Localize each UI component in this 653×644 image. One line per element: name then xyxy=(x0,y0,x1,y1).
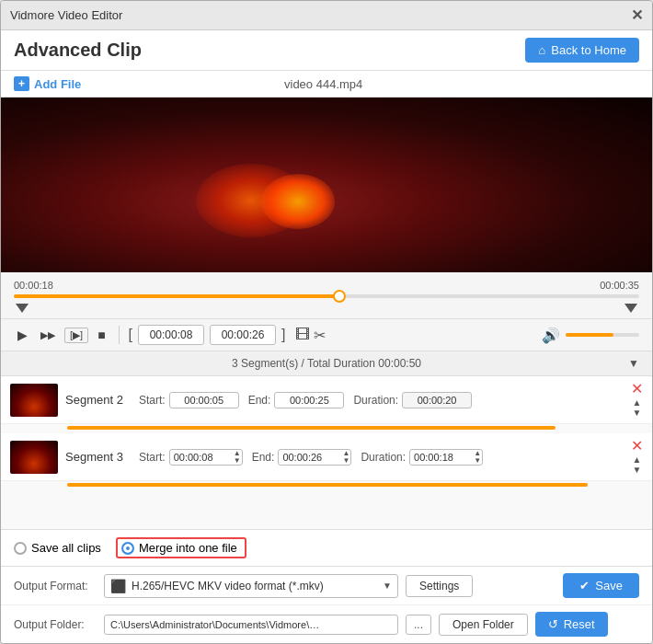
segment-3-end-spinner: ▲ ▼ xyxy=(278,449,351,466)
segment-3-move-up-button[interactable]: ▲ xyxy=(631,455,643,465)
segment-3-delete-button[interactable]: ✕ xyxy=(631,439,643,454)
segment-2-actions: ✕ ▲ ▼ xyxy=(631,382,643,418)
start-time: 00:00:18 xyxy=(14,280,53,291)
segment-3-info-row: Segment 3 Start: ▲ ▼ End: xyxy=(1,433,652,481)
save-all-clips-radio[interactable] xyxy=(14,542,27,555)
output-folder-label: Output Folder: xyxy=(14,618,97,631)
film-cut-button[interactable]: ✂ xyxy=(314,327,326,344)
segment-row-2: Segment 2 Start: End: Duration: xyxy=(1,376,652,430)
video-preview xyxy=(1,98,652,272)
save-reset-buttons: ✔ Save xyxy=(563,573,639,598)
segment-2-end-input[interactable] xyxy=(274,392,344,408)
segment-2-start-field: Start: xyxy=(139,392,239,408)
segment-3-duration-label: Duration: xyxy=(361,451,406,464)
volume-fill xyxy=(566,333,613,337)
window-title: Vidmore Video Editor xyxy=(10,8,122,22)
reset-icon: ↺ xyxy=(548,617,558,631)
folder-path-text: C:\Users\Administrator\Documents\Vidmore… xyxy=(110,619,322,630)
add-file-button[interactable]: + Add File xyxy=(14,76,81,91)
timeline-fill xyxy=(14,294,339,298)
range-end-marker[interactable] xyxy=(624,304,637,313)
page-title: Advanced Clip xyxy=(14,40,142,61)
home-icon: ⌂ xyxy=(538,43,545,57)
merge-into-one-option[interactable]: Merge into one file xyxy=(116,537,246,558)
save-all-clips-option[interactable]: Save all clips xyxy=(14,541,101,555)
segment-2-fields: Segment 2 Start: End: Duration: xyxy=(65,392,620,408)
stop-button[interactable]: ■ xyxy=(94,326,109,344)
separator-1 xyxy=(119,326,120,344)
thumb-fire-2 xyxy=(10,384,58,417)
segment-3-start-label: Start: xyxy=(139,451,166,464)
segment-3-duration-input[interactable] xyxy=(409,449,483,466)
segment-3-thumbnail xyxy=(10,441,58,474)
segment-3-progress-bar xyxy=(67,483,588,487)
segment-2-start-input[interactable] xyxy=(169,392,239,408)
timeline-slider[interactable] xyxy=(14,294,639,298)
video-frame xyxy=(1,98,652,272)
segment-2-duration-input xyxy=(402,392,472,408)
volume-section: 🔊 xyxy=(542,327,639,344)
segment-3-actions: ✕ ▲ ▼ xyxy=(631,439,643,475)
segments-section: 3 Segment(s) / Total Duration 00:00:50 ▼… xyxy=(1,351,652,530)
back-to-home-button[interactable]: ⌂ Back to Home xyxy=(525,38,639,63)
end-spin-down[interactable]: ▼ xyxy=(342,457,349,465)
right-bracket: ] xyxy=(281,327,285,343)
segment-2-info-row: Segment 2 Start: End: Duration: xyxy=(1,376,652,424)
segment-row-3: Segment 3 Start: ▲ ▼ End: xyxy=(1,433,652,487)
time-row: 00:00:18 00:00:35 xyxy=(14,280,639,291)
output-format-label: Output Format: xyxy=(14,580,97,592)
left-bracket: [ xyxy=(129,327,132,343)
fire-effect-2 xyxy=(261,174,335,229)
range-markers xyxy=(14,304,639,313)
format-icon: ⬛ xyxy=(110,579,126,593)
save-button[interactable]: ✔ Save xyxy=(563,573,639,598)
main-window: Vidmore Video Editor ✕ Advanced Clip ⌂ B… xyxy=(0,0,653,644)
save-all-clips-label: Save all clips xyxy=(31,541,101,555)
segment-2-duration-label: Duration: xyxy=(353,394,398,407)
segments-header: 3 Segment(s) / Total Duration 00:00:50 ▼ xyxy=(1,351,652,376)
segment-2-move-buttons: ▲ ▼ xyxy=(631,398,643,418)
save-label: Save xyxy=(595,579,623,592)
segment-2-move-down-button[interactable]: ▼ xyxy=(631,408,643,418)
merge-into-one-radio[interactable] xyxy=(121,542,134,555)
volume-slider[interactable] xyxy=(566,333,639,337)
segment-3-duration-spinner: ▲ ▼ xyxy=(409,449,483,466)
segment-3-start-spinners: ▲ ▼ xyxy=(234,450,241,465)
dur-spin-down[interactable]: ▼ xyxy=(474,457,481,465)
controls-row: ▶ ▶▶ [▶] ■ [ 00:00:08 00:00:26 ] 🎞 ✂ 🔊 xyxy=(1,319,652,351)
segment-2-move-up-button[interactable]: ▲ xyxy=(631,398,643,408)
scroll-down-arrow[interactable]: ▼ xyxy=(628,357,639,370)
segment-3-move-buttons: ▲ ▼ xyxy=(631,455,643,475)
start-spin-down[interactable]: ▼ xyxy=(234,457,241,465)
timeline-section: 00:00:18 00:00:35 xyxy=(1,272,652,319)
fast-forward-button[interactable]: ▶▶ xyxy=(37,328,59,343)
frame-step-button[interactable]: [▶] xyxy=(64,328,88,343)
film-snapshot-button[interactable]: 🎞 xyxy=(295,327,310,344)
format-select-dropdown[interactable]: ⬛ H.265/HEVC MKV video format (*.mkv) ▼ xyxy=(104,574,398,598)
segment-2-duration-field: Duration: xyxy=(353,392,472,408)
header-bar: Advanced Clip ⌂ Back to Home xyxy=(1,30,652,71)
segment-3-start-input[interactable] xyxy=(169,449,243,466)
browse-folder-button[interactable]: ... xyxy=(406,615,431,635)
format-value-text: H.265/HEVC MKV video format (*.mkv) xyxy=(132,580,324,592)
segment-3-end-input[interactable] xyxy=(278,449,351,466)
timeline-thumb[interactable] xyxy=(333,290,346,303)
segment-3-end-spinners: ▲ ▼ xyxy=(342,450,349,465)
open-folder-button[interactable]: Open Folder xyxy=(439,614,528,636)
segment-2-progress-bar xyxy=(67,426,556,430)
settings-button[interactable]: Settings xyxy=(406,575,473,597)
segment-3-duration-spinners: ▲ ▼ xyxy=(474,450,481,465)
format-row: Output Format: ⬛ H.265/HEVC MKV video fo… xyxy=(1,567,652,605)
add-file-bar: + Add File video 444.mp4 xyxy=(1,71,652,98)
close-button[interactable]: ✕ xyxy=(631,6,643,24)
reset-button[interactable]: ↺ Reset xyxy=(535,612,608,637)
play-button[interactable]: ▶ xyxy=(14,326,31,344)
range-start-marker[interactable] xyxy=(16,304,29,313)
segment-3-move-down-button[interactable]: ▼ xyxy=(631,466,643,475)
end-time: 00:00:35 xyxy=(600,280,639,291)
segment-3-start-spinner: ▲ ▼ xyxy=(169,449,243,466)
clip-start-time[interactable]: 00:00:08 xyxy=(138,325,204,345)
clip-end-time[interactable]: 00:00:26 xyxy=(210,325,276,345)
segment-2-delete-button[interactable]: ✕ xyxy=(631,382,643,397)
options-row: Save all clips Merge into one file xyxy=(1,530,652,567)
